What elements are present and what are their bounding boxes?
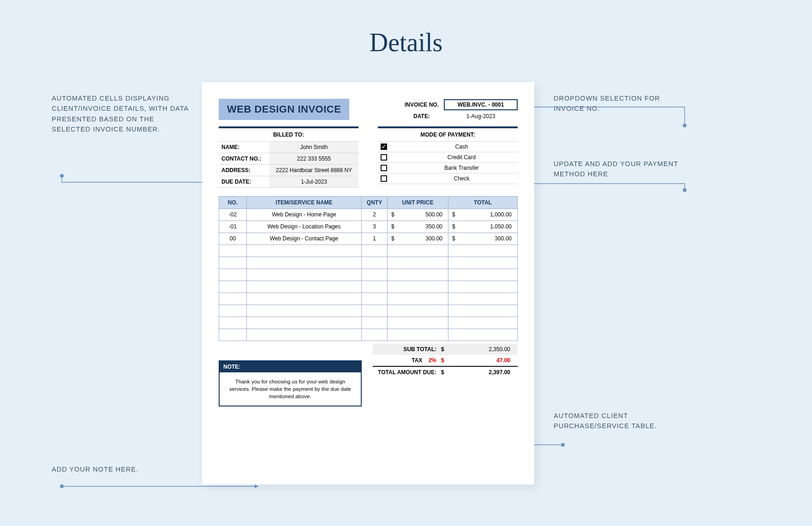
callout-dot bbox=[60, 174, 64, 178]
table-row-empty bbox=[219, 317, 518, 329]
table-row-empty bbox=[219, 245, 518, 257]
col-qty: QNTY bbox=[362, 196, 388, 209]
empty-cell bbox=[219, 317, 247, 329]
currency-symbol: $ bbox=[441, 357, 452, 364]
subtotal-value: 2,350.00 bbox=[452, 346, 514, 353]
empty-cell bbox=[247, 281, 362, 293]
invoice-date: 1-Aug-2023 bbox=[444, 113, 518, 120]
table-row-empty bbox=[219, 281, 518, 293]
payment-heading: MODE OF PAYMENT: bbox=[378, 128, 518, 141]
table-row-empty bbox=[219, 329, 518, 341]
grand-total-value: 2,397.00 bbox=[452, 369, 514, 376]
money-cell: $350.00 bbox=[388, 221, 448, 233]
payment-option[interactable]: ✓Cash bbox=[378, 141, 518, 152]
callout-auto-table: AUTOMATED CLIENT PURCHASE/SERVICE TABLE. bbox=[554, 411, 692, 431]
invoice-title: WEB DESIGN INVOICE bbox=[219, 99, 349, 120]
billed-to-section: BILLED TO: NAME: John Smith CONTACT NO.:… bbox=[219, 120, 358, 188]
empty-cell bbox=[247, 257, 362, 269]
currency-symbol: $ bbox=[441, 346, 452, 353]
money-cell: $500.00 bbox=[388, 209, 448, 221]
empty-cell bbox=[362, 317, 388, 329]
empty-cell bbox=[448, 305, 518, 317]
empty-cell bbox=[219, 257, 247, 269]
callout-dot bbox=[561, 443, 565, 447]
currency-symbol: $ bbox=[441, 369, 452, 376]
invoice-sheet: WEB DESIGN INVOICE INVOICE NO. WEB.INVC.… bbox=[202, 82, 534, 484]
payment-option[interactable]: Check bbox=[378, 173, 518, 184]
payment-option-label: Cash bbox=[408, 143, 515, 150]
empty-cell bbox=[362, 305, 388, 317]
empty-cell bbox=[362, 281, 388, 293]
empty-cell bbox=[388, 305, 448, 317]
empty-cell bbox=[362, 245, 388, 257]
callout-dot bbox=[683, 124, 687, 127]
billed-name: John Smith bbox=[269, 141, 358, 153]
table-row-empty bbox=[219, 257, 518, 269]
col-item: ITEM/SERVICE NAME bbox=[247, 196, 362, 209]
empty-cell bbox=[362, 257, 388, 269]
cell-qty: 1 bbox=[362, 233, 388, 245]
cell-item: Web Design - Location Pages bbox=[247, 221, 362, 233]
empty-cell bbox=[362, 329, 388, 341]
empty-cell bbox=[219, 305, 247, 317]
cell-qty: 2 bbox=[362, 209, 388, 221]
payment-option-label: Bank Transfer bbox=[408, 165, 515, 171]
empty-cell bbox=[448, 329, 518, 341]
items-table: NO. ITEM/SERVICE NAME QNTY UNIT PRICE TO… bbox=[219, 196, 518, 341]
tax-value: 47.00 bbox=[452, 357, 514, 364]
empty-cell bbox=[219, 281, 247, 293]
empty-cell bbox=[247, 305, 362, 317]
checkbox-icon[interactable] bbox=[381, 154, 387, 161]
empty-cell bbox=[448, 257, 518, 269]
money-cell: $300.00 bbox=[448, 233, 518, 245]
invoice-no-dropdown[interactable]: WEB.INVC. - 0001 bbox=[444, 99, 518, 110]
invoice-meta: INVOICE NO. WEB.INVC. - 0001 DATE: 1-Aug… bbox=[400, 99, 518, 120]
empty-cell bbox=[247, 269, 362, 281]
billed-contact-label: CONTACT NO.: bbox=[219, 153, 269, 165]
col-no: NO. bbox=[219, 196, 247, 209]
empty-cell bbox=[247, 329, 362, 341]
empty-cell bbox=[448, 281, 518, 293]
payment-option[interactable]: Credit Card bbox=[378, 152, 518, 163]
billed-due-label: DUE DATE: bbox=[219, 176, 269, 188]
table-row-empty bbox=[219, 269, 518, 281]
billed-contact: 222 333 5555 bbox=[269, 153, 358, 165]
note-heading: NOTE: bbox=[220, 361, 361, 372]
checkbox-icon[interactable] bbox=[381, 165, 387, 171]
callout-dot bbox=[60, 484, 64, 488]
grand-total-label: TOTAL AMOUNT DUE: bbox=[376, 369, 441, 376]
empty-cell bbox=[219, 269, 247, 281]
money-cell: $1,000.00 bbox=[448, 209, 518, 221]
cell-qty: 3 bbox=[362, 221, 388, 233]
callout-note-hint: ADD YOUR NOTE HERE. bbox=[52, 464, 190, 474]
col-price: UNIT PRICE bbox=[388, 196, 448, 209]
payment-option-label: Credit Card bbox=[408, 154, 515, 161]
empty-cell bbox=[362, 293, 388, 305]
empty-cell bbox=[448, 293, 518, 305]
empty-cell bbox=[388, 293, 448, 305]
empty-cell bbox=[362, 269, 388, 281]
cell-no: -02 bbox=[219, 209, 247, 221]
empty-cell bbox=[247, 245, 362, 257]
billed-to-heading: BILLED TO: bbox=[219, 128, 358, 141]
empty-cell bbox=[219, 329, 247, 341]
page-title: Details bbox=[370, 28, 443, 57]
money-cell: $300.00 bbox=[388, 233, 448, 245]
checkbox-icon[interactable]: ✓ bbox=[381, 143, 387, 150]
empty-cell bbox=[247, 317, 362, 329]
invoice-date-label: DATE: bbox=[400, 113, 444, 120]
empty-cell bbox=[388, 269, 448, 281]
billed-name-label: NAME: bbox=[219, 141, 269, 153]
checkbox-icon[interactable] bbox=[381, 175, 387, 182]
cell-item: Web Design - Home Page bbox=[247, 209, 362, 221]
tax-label: TAX 2% bbox=[376, 357, 441, 364]
table-row: -01Web Design - Location Pages3$350.00$1… bbox=[219, 221, 518, 233]
payment-option[interactable]: Bank Transfer bbox=[378, 163, 518, 173]
note-body[interactable]: Thank you for choosing us for your web d… bbox=[220, 372, 361, 406]
callout-invoice-dropdown: DROPDOWN SELECTION FOR INVOICE NO. bbox=[554, 93, 692, 114]
cell-no: 00 bbox=[219, 233, 247, 245]
billed-address-label: ADDRESS: bbox=[219, 165, 269, 176]
callout-client-details: AUTOMATED CELLS DISPLAYING CLIENT/INVOIC… bbox=[52, 93, 190, 135]
table-row-empty bbox=[219, 293, 518, 305]
empty-cell bbox=[219, 293, 247, 305]
